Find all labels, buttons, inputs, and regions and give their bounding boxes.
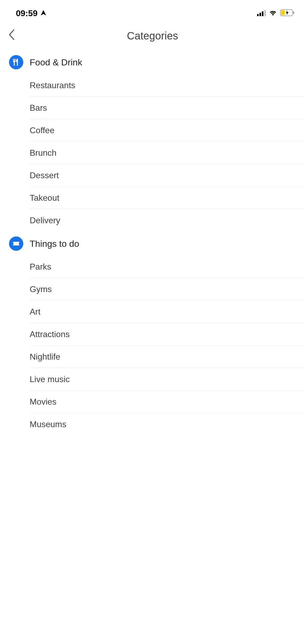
list-item-label: Dessert (30, 171, 59, 180)
cellular-signal-icon (257, 10, 266, 16)
list-item-label: Delivery (30, 216, 60, 225)
location-icon (40, 10, 47, 17)
header: Categories (0, 24, 305, 48)
category-item-dessert[interactable]: Dessert (30, 164, 305, 187)
list-item-label: Parks (30, 262, 51, 272)
category-item-gyms[interactable]: Gyms (30, 278, 305, 301)
category-item-takeout[interactable]: Takeout (30, 187, 305, 209)
category-item-restaurants[interactable]: Restaurants (30, 74, 305, 97)
category-item-bars[interactable]: Bars (30, 97, 305, 119)
list-item-label: Bars (30, 103, 47, 113)
status-right (257, 9, 294, 17)
list-item-label: Museums (30, 419, 66, 429)
svg-rect-2 (281, 10, 285, 15)
section-header-food-drink[interactable]: Food & Drink (0, 50, 305, 74)
section-title: Things to do (30, 239, 79, 249)
category-item-delivery[interactable]: Delivery (30, 209, 305, 232)
categories-list: Food & Drink Restaurants Bars Coffee Bru… (0, 48, 305, 438)
category-item-coffee[interactable]: Coffee (30, 119, 305, 142)
utensils-icon (9, 55, 23, 69)
back-button[interactable] (8, 29, 15, 43)
section-header-things-to-do[interactable]: Things to do (0, 232, 305, 256)
svg-rect-1 (293, 11, 294, 14)
category-item-brunch[interactable]: Brunch (30, 142, 305, 164)
list-item-label: Takeout (30, 193, 59, 203)
category-item-attractions[interactable]: Attractions (30, 323, 305, 346)
category-item-museums[interactable]: Museums (30, 413, 305, 436)
ticket-icon (9, 236, 23, 251)
list-item-label: Live music (30, 374, 70, 384)
list-item-label: Attractions (30, 329, 70, 339)
list-item-label: Movies (30, 397, 56, 407)
category-item-movies[interactable]: Movies (30, 391, 305, 413)
wifi-icon (269, 10, 277, 17)
category-item-parks[interactable]: Parks (30, 256, 305, 278)
list-item-label: Art (30, 307, 41, 317)
battery-charging-icon (280, 9, 294, 17)
list-item-label: Nightlife (30, 352, 60, 362)
category-item-live-music[interactable]: Live music (30, 368, 305, 391)
list-item-label: Restaurants (30, 80, 75, 90)
category-item-nightlife[interactable]: Nightlife (30, 346, 305, 368)
status-left: 09:59 (16, 8, 47, 18)
status-time: 09:59 (16, 8, 38, 18)
list-item-label: Brunch (30, 148, 56, 158)
status-bar: 09:59 (0, 0, 305, 24)
list-item-label: Gyms (30, 284, 52, 294)
category-item-art[interactable]: Art (30, 301, 305, 323)
page-title: Categories (8, 30, 297, 42)
list-item-label: Coffee (30, 126, 55, 135)
section-title: Food & Drink (30, 57, 82, 68)
